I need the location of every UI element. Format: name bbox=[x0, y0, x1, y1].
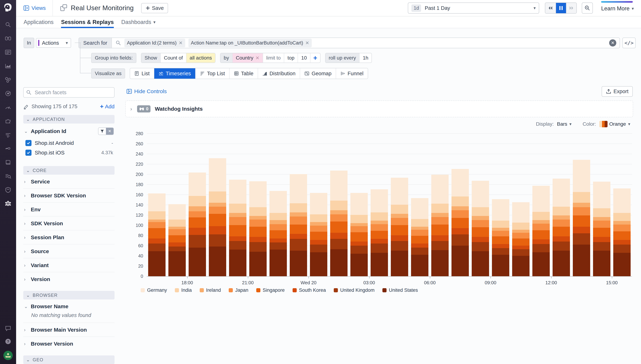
views-button[interactable]: Views bbox=[23, 5, 46, 11]
save-button[interactable]: Save bbox=[141, 3, 168, 13]
facet-item-header[interactable]: ›Session Plan bbox=[24, 234, 114, 240]
bar[interactable] bbox=[613, 188, 630, 276]
bar[interactable] bbox=[411, 198, 428, 276]
search-filter-pill[interactable]: Application Id:(2 terms)✕ bbox=[124, 38, 185, 48]
bar[interactable] bbox=[330, 170, 347, 276]
pipelines-icon[interactable] bbox=[4, 145, 12, 152]
hide-controls-button[interactable]: Hide Controls bbox=[126, 88, 167, 94]
viz-option-list[interactable]: List bbox=[130, 68, 154, 79]
bar[interactable] bbox=[371, 189, 388, 276]
facet-value-row[interactable]: Shop.ist iOS4.37k bbox=[24, 148, 114, 158]
rum-icon[interactable] bbox=[4, 200, 12, 208]
close-icon[interactable]: ✕ bbox=[106, 128, 113, 134]
search-bar[interactable]: Search for Application Id:(2 terms)✕Acti… bbox=[79, 38, 620, 48]
facet-item-header[interactable]: ›Version bbox=[24, 276, 114, 282]
zoom-out-button[interactable] bbox=[582, 2, 593, 14]
legend-item-singapore[interactable]: Singapore bbox=[256, 288, 285, 293]
facet-item-header[interactable]: ›Browser Main Version bbox=[24, 327, 114, 333]
bar[interactable] bbox=[431, 175, 448, 276]
limit-mode-select[interactable]: top bbox=[284, 53, 297, 62]
watchdog-icon[interactable] bbox=[4, 34, 12, 42]
count-of-select[interactable]: Count of bbox=[160, 53, 186, 62]
legend-item-ireland[interactable]: Ireland bbox=[200, 288, 221, 293]
facet-item-header[interactable]: ›Env bbox=[24, 206, 114, 212]
bar[interactable] bbox=[269, 191, 287, 276]
bar[interactable] bbox=[290, 174, 307, 276]
limit-value-input[interactable]: 10 bbox=[297, 53, 310, 62]
help-icon[interactable]: ? bbox=[4, 338, 12, 346]
count-target-select[interactable]: all actions bbox=[186, 53, 215, 62]
chat-icon[interactable] bbox=[4, 324, 12, 332]
facet-section-header[interactable]: ⌄BROWSER bbox=[23, 291, 115, 300]
bar[interactable] bbox=[391, 178, 408, 276]
search-icon[interactable] bbox=[4, 21, 12, 28]
bar[interactable] bbox=[532, 186, 550, 276]
bar[interactable] bbox=[573, 160, 590, 276]
remove-icon[interactable]: ✕ bbox=[255, 55, 259, 61]
metrics-icon[interactable] bbox=[4, 62, 12, 70]
apm-icon[interactable] bbox=[4, 76, 12, 84]
user-avatar[interactable] bbox=[4, 351, 13, 360]
facet-item-header[interactable]: ›Source bbox=[24, 248, 114, 254]
tab-sessions-replays[interactable]: Sessions & Replays bbox=[61, 16, 114, 28]
bar[interactable] bbox=[148, 194, 165, 276]
logs-icon[interactable] bbox=[4, 131, 12, 139]
tab-applications[interactable]: Applications bbox=[24, 16, 54, 28]
scope-select[interactable]: Actions ▾ bbox=[36, 38, 71, 48]
synthetics-icon[interactable] bbox=[4, 103, 12, 111]
export-button[interactable]: Export bbox=[602, 86, 633, 97]
time-range-select[interactable]: 1d Past 1 Day ▾ bbox=[408, 2, 539, 14]
viz-option-distribution[interactable]: Distribution bbox=[258, 68, 300, 79]
bar[interactable] bbox=[209, 158, 226, 276]
checkbox-checked[interactable] bbox=[26, 150, 32, 156]
color-select[interactable]: Orange ▾ bbox=[599, 121, 630, 127]
legend-item-germany[interactable]: Germany bbox=[141, 288, 167, 293]
audit-icon[interactable] bbox=[4, 172, 12, 180]
viz-option-funnel[interactable]: Funnel bbox=[336, 68, 368, 79]
search-filter-pill[interactable]: Action Name:tap on _UIButtonBarButton(ad… bbox=[188, 38, 312, 48]
bar[interactable] bbox=[492, 199, 509, 276]
pause-button[interactable] bbox=[556, 3, 566, 13]
remove-icon[interactable]: ✕ bbox=[179, 40, 183, 46]
tab-dashboards[interactable]: Dashboards ▾ bbox=[121, 16, 156, 28]
facet-item-header[interactable]: ⌄Browser Name bbox=[24, 304, 114, 310]
facet-item-header[interactable]: ›Service bbox=[24, 178, 114, 185]
add-facet-button[interactable]: +Add bbox=[100, 103, 115, 110]
learn-more-menu[interactable]: Learn More ▾ bbox=[601, 4, 634, 12]
facet-item-header[interactable]: ›Browser Version bbox=[24, 341, 114, 347]
legend-item-united-states[interactable]: United States bbox=[382, 288, 418, 293]
add-group-by-button[interactable]: + bbox=[310, 53, 320, 62]
facet-search-input[interactable] bbox=[23, 87, 115, 98]
notebooks-icon[interactable] bbox=[4, 158, 12, 166]
facet-item-header[interactable]: ›SDK Version bbox=[24, 220, 114, 226]
legend-item-japan[interactable]: Japan bbox=[229, 288, 248, 293]
viz-option-table[interactable]: Table bbox=[229, 68, 258, 79]
by-value-pill[interactable]: Country✕ bbox=[232, 53, 263, 62]
bar[interactable] bbox=[512, 202, 529, 276]
rewind-button[interactable] bbox=[545, 3, 556, 13]
viz-option-top-list[interactable]: Top List bbox=[195, 68, 229, 79]
bar[interactable] bbox=[229, 180, 246, 276]
security-icon[interactable] bbox=[4, 186, 12, 194]
bar[interactable] bbox=[350, 193, 368, 276]
bar[interactable] bbox=[553, 178, 570, 276]
bar[interactable] bbox=[249, 181, 266, 276]
facet-filter-toggle[interactable]: ✕ bbox=[98, 128, 114, 135]
facet-section-header[interactable]: ⌄CORE bbox=[23, 166, 115, 175]
watchdog-insights-row[interactable]: › 0 Watchdog Insights bbox=[125, 100, 633, 117]
clear-search-button[interactable]: ✕ bbox=[609, 39, 616, 46]
display-select[interactable]: Bars▾ bbox=[557, 121, 571, 127]
query-syntax-button[interactable]: </> bbox=[622, 38, 636, 48]
legend-item-india[interactable]: India bbox=[175, 288, 192, 293]
rollup-value-input[interactable]: 1h bbox=[359, 53, 372, 62]
viz-option-geomap[interactable]: Geomap bbox=[300, 68, 336, 79]
edit-pencil-icon[interactable] bbox=[23, 104, 29, 110]
facet-item-header[interactable]: ›Variant bbox=[24, 262, 114, 268]
datadog-logo-icon[interactable] bbox=[2, 2, 14, 13]
filter-funnel-icon[interactable] bbox=[98, 128, 106, 134]
integrations-icon[interactable] bbox=[4, 117, 12, 125]
legend-item-south-korea[interactable]: South Korea bbox=[292, 288, 326, 293]
remove-icon[interactable]: ✕ bbox=[305, 40, 309, 46]
facet-item-header[interactable]: ⌄Application Id✕ bbox=[24, 128, 114, 135]
bar[interactable] bbox=[189, 172, 206, 276]
